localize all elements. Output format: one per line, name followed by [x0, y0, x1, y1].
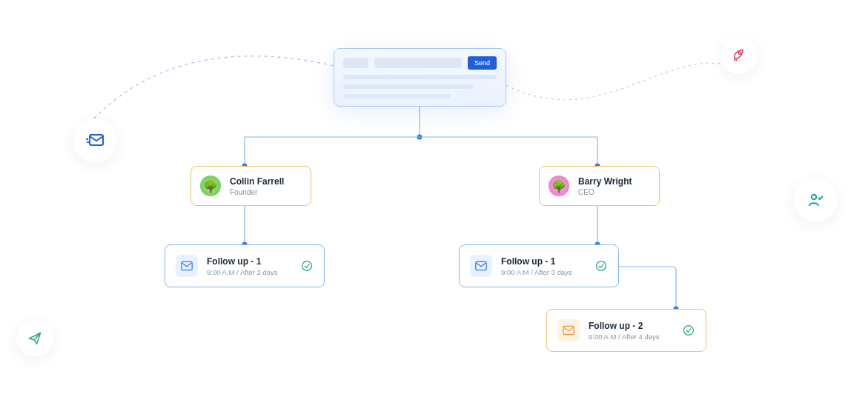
user-check-icon [806, 191, 824, 209]
envelope-chip [176, 255, 198, 277]
send-button[interactable]: Send [468, 56, 497, 70]
avatar: 🌳 [200, 176, 221, 196]
contact-role: CEO [578, 188, 632, 196]
envelope-icon [181, 261, 193, 271]
svg-point-1 [417, 135, 423, 140]
envelope-icon [563, 325, 574, 336]
mail-fast-icon [85, 133, 105, 149]
contact-name: Barry Wright [578, 176, 632, 187]
contact-card-right[interactable]: 🌳 Barry Wright CEO [539, 166, 660, 206]
check-circle-icon [682, 324, 695, 337]
compose-to-placeholder [343, 58, 368, 68]
envelope-icon [475, 261, 487, 271]
compose-subject-placeholder [374, 58, 462, 68]
compose-body-line [343, 75, 497, 79]
svg-point-18 [597, 261, 606, 271]
followup-meta: 9:00 A.M / After 4 days [589, 333, 660, 341]
svg-point-16 [302, 261, 312, 271]
svg-point-20 [684, 326, 694, 336]
compose-email-card: Send [334, 48, 506, 107]
avatar: 🌳 [549, 176, 569, 196]
envelope-chip [557, 319, 580, 341]
svg-point-12 [738, 52, 741, 54]
followup-card-right-2[interactable]: Follow up - 2 9:00 A.M / After 4 days [546, 309, 706, 352]
user-check-circle [793, 178, 838, 222]
followup-card-right-1[interactable]: Follow up - 1 9:00 A.M / After 3 days [459, 244, 619, 287]
compose-body-line [343, 94, 451, 99]
paper-plane-icon [27, 331, 42, 346]
mail-fast-circle [73, 119, 117, 163]
svg-point-14 [812, 195, 817, 200]
rocket-icon [732, 48, 746, 63]
followup-title: Follow up - 1 [501, 256, 572, 267]
paper-plane-circle [16, 320, 53, 357]
followup-meta: 9:00 A.M / After 2 days [207, 268, 278, 276]
check-circle-icon [300, 259, 314, 273]
followup-card-left-1[interactable]: Follow up - 1 9:00 A.M / After 2 days [165, 244, 325, 287]
check-circle-icon [594, 259, 608, 273]
envelope-chip [470, 255, 492, 277]
followup-meta: 9:00 A.M / After 3 days [501, 268, 572, 276]
contact-card-left[interactable]: 🌳 Collin Farrell Founder [191, 166, 311, 206]
rocket-circle [720, 37, 758, 74]
contact-role: Founder [230, 188, 284, 196]
followup-title: Follow up - 2 [589, 321, 660, 331]
compose-body-line [343, 84, 474, 89]
contact-name: Collin Farrell [230, 176, 284, 187]
followup-title: Follow up - 1 [207, 256, 278, 267]
